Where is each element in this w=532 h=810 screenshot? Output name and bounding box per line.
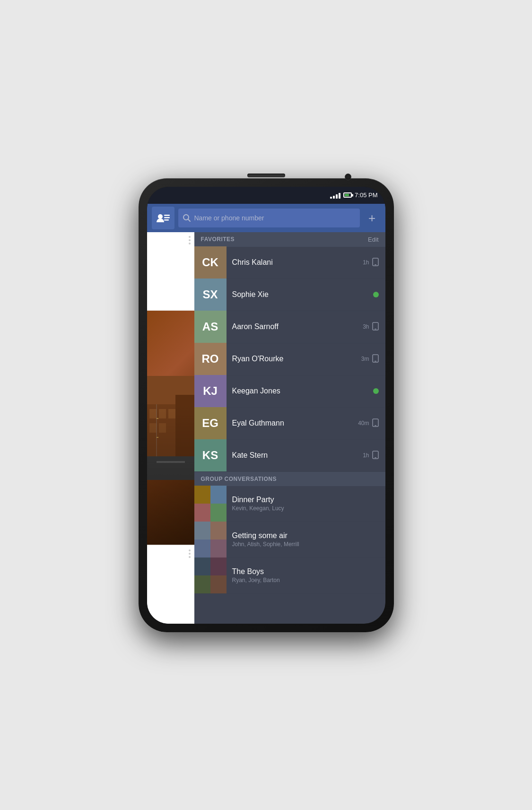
contact-name: Eyal Guthmann: [232, 419, 353, 427]
status-time: 7:05 PM: [355, 192, 377, 199]
device-icon: [372, 354, 379, 364]
time-ago-label: 3h: [363, 323, 369, 330]
group-avatar-cell: [210, 486, 227, 504]
app-content: Name or phone number +: [147, 204, 385, 624]
battery-fill: [345, 194, 349, 196]
group-avatar-cell: [194, 504, 210, 522]
favorites-edit-link[interactable]: Edit: [368, 236, 378, 243]
battery-icon: [343, 192, 352, 198]
group-avatar-cell: [194, 575, 210, 593]
favorites-section-header: FAVORITES Edit: [194, 232, 385, 247]
contact-info: Chris Kalani: [227, 258, 363, 267]
contact-name: Kate Stern: [232, 451, 358, 460]
list-area: FAVORITES Edit CK Chris Kalani 1h: [147, 232, 385, 624]
contact-avatar: SX: [194, 279, 227, 311]
svg-rect-1: [164, 215, 170, 216]
contact-avatar-container: SX: [194, 279, 227, 311]
group-avatars: [194, 522, 227, 557]
dot-6: [189, 556, 191, 558]
group-members: John, Atish, Sophie, Merrill: [232, 541, 380, 548]
contact-status: 3h: [363, 322, 385, 332]
contacts-list-icon: [157, 213, 170, 223]
dot-2: [189, 239, 191, 241]
contact-item[interactable]: SX Sophie Xie: [194, 279, 385, 311]
group-conversations-section-header: GROUP CONVERSATIONS: [194, 472, 385, 486]
svg-rect-20: [375, 264, 376, 265]
contact-status: 1h: [363, 258, 385, 268]
group-item[interactable]: The Boys Ryan, Joey, Barton: [194, 558, 385, 594]
contact-name: Ryan O'Rourke: [232, 355, 356, 363]
panel-card-bottom: [147, 546, 194, 624]
contact-avatar: RO: [194, 343, 227, 375]
dot-3: [189, 243, 191, 244]
contact-status: 1h: [363, 451, 385, 461]
time-ago-label: 3m: [361, 356, 369, 362]
contact-avatar: CK: [194, 246, 227, 279]
online-status-dot: [373, 388, 379, 394]
contact-info: Eyal Guthmann: [227, 419, 358, 427]
time-ago-label: 1h: [363, 452, 369, 459]
contact-item[interactable]: KJ Keegan Jones: [194, 375, 385, 408]
contact-name: Aaron Sarnoff: [232, 322, 358, 331]
contact-status: 40m: [358, 418, 385, 428]
group-name: Getting some air: [232, 531, 380, 540]
device-icon: [372, 451, 379, 461]
contact-name: Chris Kalani: [232, 258, 358, 267]
group-info: Dinner Party Kevin, Keegan, Lucy: [227, 496, 385, 512]
group-avatar-cell: [194, 557, 210, 575]
panel-card-top: [147, 232, 194, 310]
svg-point-0: [158, 214, 163, 219]
group-avatars: [194, 486, 227, 522]
add-contact-button[interactable]: +: [364, 209, 381, 226]
phone-device: 7:05 PM: [139, 178, 394, 632]
contacts-icon-button[interactable]: [152, 207, 174, 229]
street-overlay: [147, 404, 194, 545]
svg-line-5: [188, 219, 190, 221]
contact-name: Keegan Jones: [232, 387, 367, 395]
contact-item[interactable]: KS Kate Stern 1h: [194, 440, 385, 472]
panel-dots: [189, 236, 191, 244]
group-avatar-cell: [194, 540, 210, 557]
group-item[interactable]: Getting some air John, Atish, Sophie, Me…: [194, 522, 385, 558]
contact-item[interactable]: CK Chris Kalani 1h: [194, 247, 385, 279]
search-icon: [183, 214, 191, 222]
group-item[interactable]: Dinner Party Kevin, Keegan, Lucy: [194, 486, 385, 522]
contact-avatar-container: CK: [194, 246, 227, 279]
contact-avatar-container: RO: [194, 343, 227, 375]
contact-item[interactable]: RO Ryan O'Rourke 3m: [194, 343, 385, 375]
svg-rect-26: [375, 425, 376, 426]
contact-status: [373, 292, 385, 297]
svg-rect-24: [375, 361, 376, 362]
left-background-panel: [147, 232, 194, 624]
contact-name: Sophie Xie: [232, 290, 367, 299]
contact-info: Kate Stern: [227, 451, 363, 460]
camera: [345, 174, 351, 180]
signal-bar-1: [330, 197, 332, 199]
group-avatar-cell: [210, 504, 227, 522]
contact-item[interactable]: EG Eyal Guthmann 40m: [194, 408, 385, 440]
contact-avatar-container: EG: [194, 407, 227, 439]
contacts-panel: FAVORITES Edit CK Chris Kalani 1h: [194, 232, 385, 624]
favorites-list: CK Chris Kalani 1h SX Sophie Xie: [194, 247, 385, 472]
group-avatar-cell: [194, 522, 210, 540]
contact-avatar-container: KJ: [194, 375, 227, 407]
search-bar[interactable]: Name or phone number: [178, 209, 360, 227]
contact-avatar: KS: [194, 439, 227, 471]
contact-info: Aaron Sarnoff: [227, 322, 363, 331]
signal-bar-3: [336, 194, 338, 199]
device-icon: [372, 322, 379, 332]
group-members: Ryan, Joey, Barton: [232, 577, 380, 584]
group-avatar-cell: [210, 522, 227, 540]
time-ago-label: 1h: [363, 259, 369, 266]
contact-info: Keegan Jones: [227, 387, 373, 395]
dot-1: [189, 236, 191, 238]
contact-avatar: KJ: [194, 375, 227, 407]
group-avatar-cell: [194, 486, 210, 504]
contact-info: Ryan O'Rourke: [227, 355, 361, 363]
group-info: The Boys Ryan, Joey, Barton: [227, 567, 385, 584]
contact-item[interactable]: AS Aaron Sarnoff 3h: [194, 311, 385, 343]
group-name: The Boys: [232, 567, 380, 576]
contact-avatar: EG: [194, 407, 227, 439]
speaker-grille: [247, 174, 285, 177]
device-icon: [372, 258, 379, 268]
